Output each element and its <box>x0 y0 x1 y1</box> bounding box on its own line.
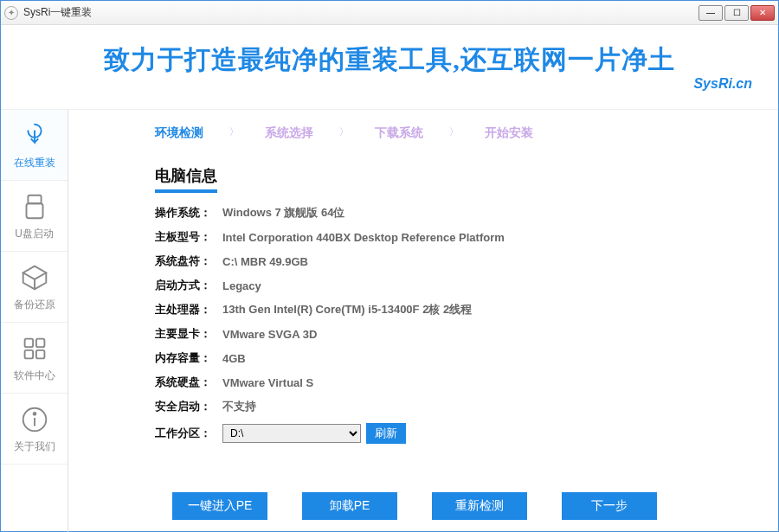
info-value: Intel Corporation 440BX Desktop Referenc… <box>222 231 505 244</box>
close-button[interactable]: ✕ <box>750 5 775 21</box>
info-value: VMware SVGA 3D <box>222 328 317 341</box>
section-underline <box>155 189 217 193</box>
svg-rect-2 <box>24 339 32 348</box>
info-row-boot: 启动方式： Legacy <box>155 278 744 293</box>
banner: 致力于打造最纯净的重装工具,还互联网一片净土 SysRi.cn <box>1 25 778 110</box>
info-label: 系统硬盘： <box>155 375 222 390</box>
sidebar-item-label: U盘启动 <box>15 227 54 241</box>
info-label: 主板型号： <box>155 229 222 245</box>
info-row-os: 操作系统： Windows 7 旗舰版 64位 <box>155 205 744 221</box>
chevron-right-icon: 〉 <box>339 125 349 141</box>
main-panel: 环境检测 〉 系统选择 〉 下载系统 〉 开始安装 电脑信息 操作系统： Win… <box>68 110 778 532</box>
info-value: 不支持 <box>222 399 256 414</box>
info-row-partition: 工作分区： D:\ 刷新 <box>155 423 744 444</box>
info-value: C:\ MBR 49.9GB <box>222 255 308 268</box>
slogan-url: SysRi.cn <box>693 76 752 92</box>
app-icon: ✦ <box>4 6 18 20</box>
svg-point-7 <box>33 413 35 415</box>
svg-rect-0 <box>28 195 41 204</box>
next-button[interactable]: 下一步 <box>562 492 657 520</box>
info-row-gpu: 主要显卡： VMware SVGA 3D <box>155 326 744 342</box>
info-row-cpu: 主处理器： 13th Gen Intel(R) Core(TM) i5-1340… <box>155 302 744 317</box>
svg-rect-3 <box>35 339 44 348</box>
step-env-check: 环境检测 <box>155 125 203 141</box>
info-label: 操作系统： <box>155 205 222 221</box>
window-title: SysRi一键重装 <box>23 5 699 20</box>
sidebar: 在线重装 U盘启动 备份还原 软件中心 关于我们 <box>1 110 68 532</box>
sidebar-item-online-reinstall[interactable]: 在线重装 <box>1 110 68 181</box>
info-value: 4GB <box>222 352 246 365</box>
sidebar-item-label: 关于我们 <box>14 439 55 454</box>
info-label: 主处理器： <box>155 302 222 317</box>
sidebar-item-label: 软件中心 <box>14 369 55 383</box>
step-system-select: 系统选择 <box>265 125 313 141</box>
chevron-right-icon: 〉 <box>229 125 239 141</box>
info-label: 工作分区： <box>155 426 222 441</box>
info-row-motherboard: 主板型号： Intel Corporation 440BX Desktop Re… <box>155 229 744 245</box>
minimize-button[interactable]: — <box>699 5 723 21</box>
step-install: 开始安装 <box>485 125 533 141</box>
step-indicator: 环境检测 〉 系统选择 〉 下载系统 〉 开始安装 <box>155 125 744 141</box>
chevron-right-icon: 〉 <box>449 125 459 141</box>
usb-icon <box>18 190 51 223</box>
info-value: Legacy <box>222 279 261 292</box>
sidebar-item-software-center[interactable]: 软件中心 <box>1 323 68 394</box>
svg-rect-5 <box>35 350 44 359</box>
grid-icon <box>18 332 51 365</box>
action-buttons: 一键进入PE 卸载PE 重新检测 下一步 <box>172 492 657 520</box>
info-row-ram: 内存容量： 4GB <box>155 350 744 366</box>
svg-rect-4 <box>24 350 32 359</box>
info-icon <box>18 403 51 436</box>
info-value: Windows 7 旗舰版 64位 <box>222 205 344 221</box>
sidebar-item-label: 备份还原 <box>14 298 55 312</box>
window-controls: — ☐ ✕ <box>699 5 775 21</box>
titlebar: ✦ SysRi一键重装 — ☐ ✕ <box>1 1 778 25</box>
sidebar-item-usb-boot[interactable]: U盘启动 <box>1 181 68 252</box>
partition-select[interactable]: D:\ <box>222 424 361 443</box>
slogan-text: 致力于打造最纯净的重装工具,还互联网一片净土 <box>104 42 675 78</box>
recheck-button[interactable]: 重新检测 <box>432 492 527 520</box>
body: 在线重装 U盘启动 备份还原 软件中心 关于我们 环境检测 〉 <box>1 110 778 532</box>
sidebar-item-label: 在线重装 <box>14 156 55 170</box>
info-value: VMware Virtual S <box>222 376 313 389</box>
info-label: 启动方式： <box>155 278 222 293</box>
info-row-drive: 系统盘符： C:\ MBR 49.9GB <box>155 253 744 269</box>
refresh-button[interactable]: 刷新 <box>366 423 406 444</box>
box-icon <box>18 261 51 294</box>
info-label: 安全启动： <box>155 399 222 414</box>
uninstall-pe-button[interactable]: 卸载PE <box>302 492 397 520</box>
svg-rect-1 <box>26 203 42 218</box>
info-value: 13th Gen Intel(R) Core(TM) i5-13400F 2核 … <box>222 302 472 317</box>
info-row-secureboot: 安全启动： 不支持 <box>155 399 744 414</box>
maximize-button[interactable]: ☐ <box>724 5 749 21</box>
info-label: 系统盘符： <box>155 253 222 269</box>
app-window: ✦ SysRi一键重装 — ☐ ✕ 致力于打造最纯净的重装工具,还互联网一片净土… <box>0 0 779 532</box>
sidebar-item-backup-restore[interactable]: 备份还原 <box>1 252 68 323</box>
info-label: 主要显卡： <box>155 326 222 342</box>
enter-pe-button[interactable]: 一键进入PE <box>172 492 267 520</box>
info-label: 内存容量： <box>155 350 222 366</box>
section-title: 电脑信息 <box>155 165 217 186</box>
step-download: 下载系统 <box>375 125 423 141</box>
sidebar-item-about[interactable]: 关于我们 <box>1 394 68 465</box>
tap-icon <box>18 119 51 152</box>
info-row-disk: 系统硬盘： VMware Virtual S <box>155 375 744 390</box>
